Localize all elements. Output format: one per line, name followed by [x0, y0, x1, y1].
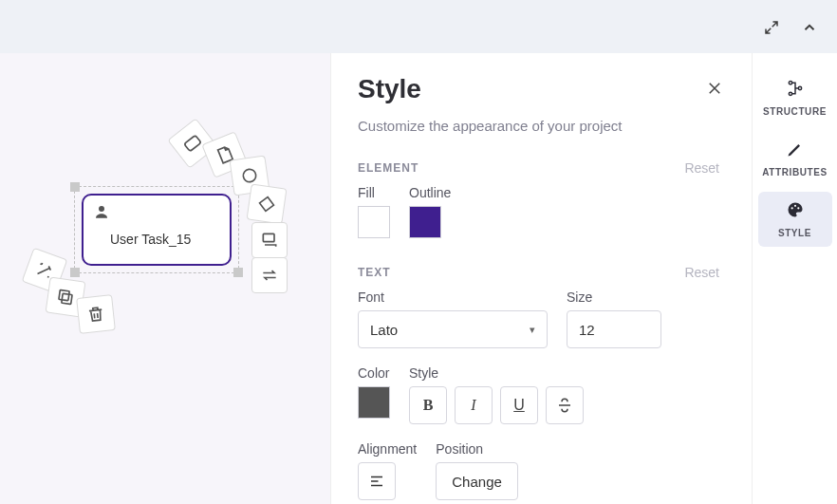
font-select[interactable]: Lato ▾	[358, 310, 548, 348]
element-heading: ELEMENT	[358, 161, 418, 175]
canvas[interactable]: User Task_15	[0, 53, 330, 504]
panel-subtitle: Customize the appearance of your project	[358, 118, 725, 134]
outline-label: Outline	[409, 185, 451, 200]
ctx-delete[interactable]	[76, 294, 116, 334]
underline-button[interactable]: U	[500, 386, 538, 424]
color-label: Color	[358, 365, 390, 381]
chevron-down-icon: ▾	[530, 324, 535, 336]
svg-point-9	[790, 207, 792, 209]
tab-attributes[interactable]: ATTRIBUTES	[758, 131, 832, 186]
user-icon	[93, 203, 110, 224]
size-input[interactable]: 12	[567, 310, 661, 348]
element-reset[interactable]: Reset	[684, 160, 719, 176]
text-reset[interactable]: Reset	[684, 265, 719, 280]
svg-point-6	[789, 82, 791, 84]
svg-point-0	[99, 206, 104, 212]
node-label: User Task_15	[110, 232, 191, 247]
svg-point-11	[797, 207, 799, 209]
position-label: Position	[436, 441, 518, 457]
right-tab-rail: STRUCTURE ATTRIBUTES STYLE	[752, 53, 837, 504]
resize-handle-nw[interactable]	[70, 182, 80, 192]
size-label: Size	[567, 289, 661, 305]
expand-icon[interactable]	[761, 17, 782, 38]
svg-rect-1	[184, 135, 201, 151]
panel-title: Style	[358, 74, 725, 104]
alignment-label: Alignment	[358, 441, 417, 457]
alignment-button[interactable]	[358, 462, 396, 500]
style-panel: Style Customize the appearance of your p…	[330, 53, 752, 504]
size-value: 12	[579, 322, 595, 338]
top-toolbar	[0, 0, 837, 53]
font-value: Lato	[370, 322, 398, 338]
tab-attributes-label: ATTRIBUTES	[762, 167, 828, 177]
resize-handle-sw[interactable]	[70, 268, 80, 277]
ctx-add-diamond[interactable]	[247, 184, 288, 225]
svg-point-7	[789, 92, 791, 95]
svg-point-2	[242, 168, 256, 182]
fill-swatch[interactable]	[358, 206, 390, 238]
fill-label: Fill	[358, 185, 390, 200]
svg-point-10	[793, 205, 795, 207]
svg-rect-3	[263, 233, 274, 241]
position-change-button[interactable]: Change	[436, 462, 518, 500]
close-icon[interactable]	[706, 80, 723, 101]
tab-style[interactable]: STYLE	[758, 192, 832, 247]
tab-structure[interactable]: STRUCTURE	[758, 70, 832, 125]
ctx-swap-direction[interactable]	[251, 257, 288, 293]
palette-icon	[786, 200, 805, 224]
resize-handle-se[interactable]	[233, 268, 243, 277]
svg-rect-4	[62, 293, 72, 304]
collapse-chevron-icon[interactable]	[799, 17, 820, 38]
structure-icon	[786, 79, 805, 103]
font-label: Font	[358, 289, 548, 305]
text-color-swatch[interactable]	[358, 386, 390, 419]
panel-splitter[interactable]	[330, 347, 335, 393]
style-label: Style	[409, 365, 584, 381]
ctx-insert-below[interactable]	[251, 222, 288, 258]
tab-structure-label: STRUCTURE	[763, 106, 827, 117]
user-task-node[interactable]: User Task_15	[82, 194, 232, 266]
svg-rect-5	[59, 289, 69, 300]
tab-style-label: STYLE	[778, 228, 811, 238]
svg-point-8	[798, 86, 801, 89]
outline-swatch[interactable]	[409, 206, 441, 238]
pencil-icon	[786, 140, 805, 163]
bold-button[interactable]: B	[409, 386, 447, 424]
italic-button[interactable]: I	[455, 386, 493, 424]
strikethrough-button[interactable]	[546, 386, 584, 424]
text-heading: TEXT	[358, 266, 391, 279]
